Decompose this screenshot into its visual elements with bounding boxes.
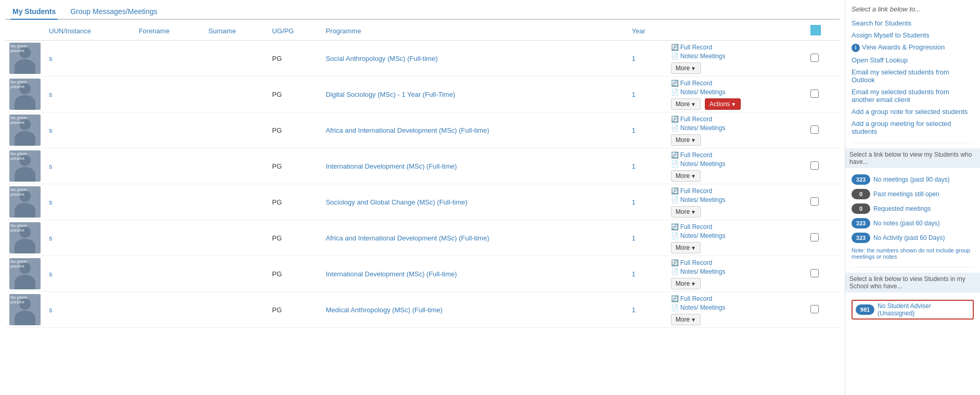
school-stat-row-0[interactable]: 981 No Student Adviser (Unassigned) xyxy=(852,297,974,323)
row-checkbox[interactable] xyxy=(810,125,819,134)
avatar-cell: No photo present xyxy=(5,41,45,77)
notes-meetings-link[interactable]: 📄 Notes/ Meetings xyxy=(671,160,802,168)
notes-meetings-link[interactable]: 📄 Notes/ Meetings xyxy=(671,232,802,239)
programme-link[interactable]: Sociology and Global Change (MSc) (Full-… xyxy=(326,198,467,206)
forename-cell xyxy=(135,220,204,256)
notes-meetings-link[interactable]: 📄 Notes/ Meetings xyxy=(671,196,802,203)
uun-link[interactable]: s xyxy=(49,162,53,170)
stat-label-2: Requested meetings xyxy=(873,205,931,212)
more-button[interactable]: More ▼ xyxy=(671,278,701,289)
table-row: No photo present s PG International Deve… xyxy=(5,148,840,184)
more-button[interactable]: More ▼ xyxy=(671,134,701,146)
stat-label-4: No Activity (past 60 Days) xyxy=(873,234,945,241)
year-link[interactable]: 1 xyxy=(631,198,635,206)
notes-icon: 📄 xyxy=(671,53,679,60)
surname-cell xyxy=(204,256,268,292)
uun-link[interactable]: s xyxy=(49,198,53,206)
row-checkbox[interactable] xyxy=(810,161,819,170)
programme-cell: International Development (MSc) (Full-ti… xyxy=(321,148,627,184)
year-link[interactable]: 1 xyxy=(631,234,635,242)
row-checkbox[interactable] xyxy=(810,269,819,277)
sidebar-link-7[interactable]: Add a group meeting for selected student… xyxy=(852,118,974,137)
sidebar-link-2[interactable]: iView Awards & Progression xyxy=(852,41,974,54)
select-all-checkbox[interactable] xyxy=(810,25,821,35)
sidebar-link-5[interactable]: Email my selected students from another … xyxy=(852,86,974,106)
stat-row-3[interactable]: 323 No notes (past 60 days) xyxy=(852,216,974,231)
sidebar-link-1[interactable]: Assign Myself to Students xyxy=(852,29,974,41)
no-photo-label: No photo present xyxy=(10,80,41,89)
full-record-link[interactable]: 🔄 Full Record xyxy=(671,259,802,266)
full-record-link[interactable]: 🔄 Full Record xyxy=(671,295,802,302)
year-cell: 1 xyxy=(627,256,666,292)
stat-row-2[interactable]: 0 Requested meetings xyxy=(852,201,974,216)
uun-link[interactable]: s xyxy=(49,234,53,242)
more-button[interactable]: More ▼ xyxy=(671,62,701,74)
programme-link[interactable]: Medical Anthropology (MSc) (Full-time) xyxy=(326,306,443,314)
full-record-link[interactable]: 🔄 Full Record xyxy=(671,80,802,87)
uun-link[interactable]: s xyxy=(49,306,53,314)
more-button[interactable]: More ▼ xyxy=(671,242,701,253)
more-button[interactable]: More ▼ xyxy=(671,206,701,218)
more-button[interactable]: More ▼ xyxy=(671,314,701,325)
uun-link[interactable]: s xyxy=(49,126,53,134)
more-button[interactable]: More ▼ xyxy=(671,170,701,182)
avatar: No photo present xyxy=(9,79,41,110)
year-link[interactable]: 1 xyxy=(631,306,635,314)
tab-my-students[interactable]: My Students xyxy=(10,4,58,20)
sidebar-link-4[interactable]: Email my selected students from Outlook xyxy=(852,66,974,86)
stat-row-1[interactable]: 0 Past meetings still open xyxy=(852,187,974,201)
sidebar-link-0[interactable]: Search for Students xyxy=(852,17,974,29)
year-link[interactable]: 1 xyxy=(631,126,635,134)
full-record-link[interactable]: 🔄 Full Record xyxy=(671,223,802,231)
year-link[interactable]: 1 xyxy=(631,55,635,62)
stat-row-0[interactable]: 323 No meetings (past 90 days) xyxy=(852,172,974,187)
info-icon: i xyxy=(852,44,860,52)
students-table: UUN/Instance Forename Surname UG/PG Prog… xyxy=(5,22,840,328)
row-checkbox[interactable] xyxy=(810,90,819,98)
year-link[interactable]: 1 xyxy=(631,91,635,98)
programme-link[interactable]: Africa and International Development (MS… xyxy=(326,126,489,134)
stat-label-0: No meetings (past 90 days) xyxy=(873,176,950,183)
avatar-cell: No photo present xyxy=(5,256,45,292)
tab-group-messages[interactable]: Group Messages/Meetings xyxy=(68,4,159,20)
notes-meetings-link[interactable]: 📄 Notes/ Meetings xyxy=(671,124,802,132)
notes-meetings-link[interactable]: 📄 Notes/ Meetings xyxy=(671,53,802,60)
notes-meetings-link[interactable]: 📄 Notes/ Meetings xyxy=(671,88,802,96)
more-button[interactable]: More ▼ xyxy=(671,98,701,110)
notes-meetings-link[interactable]: 📄 Notes/ Meetings xyxy=(671,268,802,275)
sidebar-link-3[interactable]: Open Staff Lookup xyxy=(852,54,974,66)
full-record-link[interactable]: 🔄 Full Record xyxy=(671,151,802,159)
row-checkbox[interactable] xyxy=(810,233,819,241)
actions-button[interactable]: Actions ▼ xyxy=(705,98,741,110)
highlighted-stat-box[interactable]: 981 No Student Adviser (Unassigned) xyxy=(852,300,974,320)
ugpg-cell: PG xyxy=(268,41,321,77)
full-record-link[interactable]: 🔄 Full Record xyxy=(671,116,802,123)
ugpg-cell: PG xyxy=(268,112,321,148)
programme-cell: International Development (MSc) (Full-ti… xyxy=(321,256,627,292)
year-link[interactable]: 1 xyxy=(631,162,635,170)
notes-icon: 📄 xyxy=(671,232,679,239)
programme-link[interactable]: Digital Sociology (MSc) - 1 Year (Full-T… xyxy=(326,91,455,98)
uun-link[interactable]: s xyxy=(49,91,53,98)
uun-link[interactable]: s xyxy=(49,55,53,62)
year-cell: 1 xyxy=(627,77,666,112)
programme-link[interactable]: Africa and International Development (MS… xyxy=(326,234,489,242)
uun-link[interactable]: s xyxy=(49,270,53,278)
notes-meetings-link[interactable]: 📄 Notes/ Meetings xyxy=(671,304,802,311)
row-checkbox[interactable] xyxy=(810,305,819,313)
sidebar-link-6[interactable]: Add a group note for selected students xyxy=(852,106,974,118)
row-checkbox[interactable] xyxy=(810,197,819,206)
row-actions-cell: 🔄 Full Record 📄 Notes/ Meetings More ▼ xyxy=(667,148,806,184)
row-checkbox[interactable] xyxy=(810,54,819,62)
no-photo-label: No photo present xyxy=(10,295,41,304)
programme-link[interactable]: International Development (MSc) (Full-ti… xyxy=(326,270,457,278)
programme-link[interactable]: Social Anthropology (MSc) (Full-time) xyxy=(326,55,437,62)
programme-link[interactable]: International Development (MSc) (Full-ti… xyxy=(326,162,457,170)
avatar: No photo present xyxy=(9,150,41,182)
year-link[interactable]: 1 xyxy=(631,270,635,278)
stat-row-4[interactable]: 323 No Activity (past 60 Days) xyxy=(852,231,974,245)
col-checkbox-header[interactable] xyxy=(806,22,840,41)
full-record-link[interactable]: 🔄 Full Record xyxy=(671,44,802,51)
forename-cell xyxy=(135,112,204,148)
full-record-link[interactable]: 🔄 Full Record xyxy=(671,187,802,195)
